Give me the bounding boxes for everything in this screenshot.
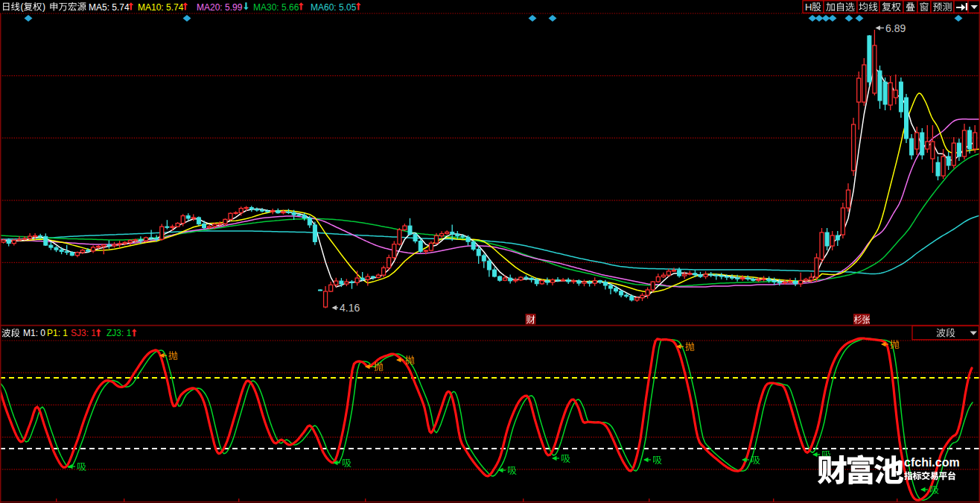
svg-text:MA60: 5.05: MA60: 5.05 bbox=[311, 2, 357, 13]
svg-text:P1: 1: P1: 1 bbox=[47, 328, 68, 338]
svg-text:ZJ3: 1: ZJ3: 1 bbox=[106, 328, 132, 338]
svg-text:6.89: 6.89 bbox=[885, 22, 906, 34]
svg-text:M1: 0: M1: 0 bbox=[23, 328, 45, 338]
svg-text:(: ( bbox=[21, 1, 24, 12]
svg-text:cfchi.com: cfchi.com bbox=[904, 456, 960, 469]
svg-text:SJ3: 1: SJ3: 1 bbox=[71, 328, 96, 338]
svg-text:MA30: 5.66: MA30: 5.66 bbox=[253, 2, 299, 13]
svg-text:MA20: 5.99: MA20: 5.99 bbox=[197, 2, 243, 13]
svg-text:4.16: 4.16 bbox=[340, 302, 360, 314]
svg-text:MA10: 5.74: MA10: 5.74 bbox=[138, 2, 184, 13]
svg-text:H: H bbox=[805, 1, 812, 13]
svg-text:): ) bbox=[42, 1, 45, 12]
svg-text:MA5: 5.74: MA5: 5.74 bbox=[89, 2, 130, 13]
